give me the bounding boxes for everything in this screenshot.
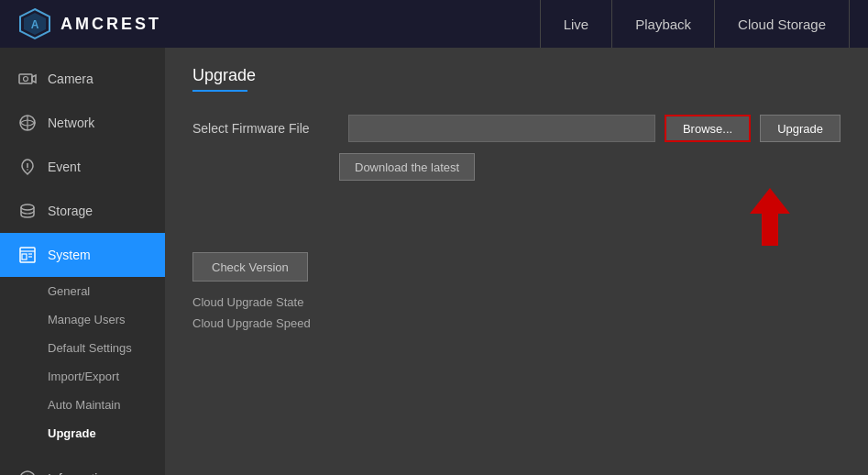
main-layout: Camera Network Event	[0, 48, 868, 475]
sidebar-item-camera[interactable]: Camera	[0, 57, 165, 101]
title-underline	[192, 90, 247, 92]
svg-rect-3	[19, 74, 32, 83]
event-icon	[18, 158, 37, 176]
storage-icon	[18, 202, 37, 220]
svg-point-16	[20, 471, 35, 475]
svg-point-5	[24, 77, 28, 82]
sidebar-camera-label: Camera	[48, 72, 93, 86]
sidebar-item-storage[interactable]: Storage	[0, 189, 165, 233]
firmware-file-input[interactable]	[348, 115, 655, 142]
svg-marker-4	[32, 75, 36, 83]
page-title: Upgrade	[192, 66, 841, 85]
check-version-button[interactable]: Check Version	[192, 252, 308, 282]
logo-text: AMCREST	[60, 15, 161, 34]
sidebar-sub-default-settings[interactable]: Default Settings	[0, 334, 165, 362]
arrow-body	[762, 214, 778, 246]
download-latest-button[interactable]: Download the latest	[339, 153, 475, 181]
browse-button[interactable]: Browse...	[665, 115, 751, 142]
sidebar-sub-import-export[interactable]: Import/Export	[0, 362, 165, 391]
firmware-label: Select Firmware File	[192, 121, 339, 136]
sidebar-item-information[interactable]: Information	[0, 457, 165, 475]
camera-icon	[18, 70, 37, 88]
sidebar-event-label: Event	[48, 160, 81, 174]
sidebar-network-label: Network	[48, 116, 94, 130]
sidebar-sub-upgrade[interactable]: Upgrade	[0, 419, 165, 447]
sidebar-sub-manage-users[interactable]: Manage Users	[0, 305, 165, 334]
sidebar-item-system[interactable]: System	[0, 233, 165, 277]
nav-links: Live Playback Cloud Storage	[540, 0, 850, 48]
sidebar-item-network[interactable]: Network	[0, 101, 165, 145]
system-icon	[18, 246, 37, 264]
upgrade-button[interactable]: Upgrade	[760, 115, 841, 142]
sidebar-item-event[interactable]: Event	[0, 145, 165, 189]
sidebar-sub-general[interactable]: General	[0, 277, 165, 305]
download-row: Download the latest	[192, 153, 841, 181]
content-area: Upgrade Select Firmware File Browse... U…	[165, 48, 868, 475]
logo-area: A AMCREST	[18, 7, 161, 40]
network-icon	[18, 114, 37, 132]
nav-cloud-storage[interactable]: Cloud Storage	[715, 0, 850, 48]
sidebar: Camera Network Event	[0, 48, 165, 475]
nav-live[interactable]: Live	[540, 0, 613, 48]
cloud-upgrade-speed-label: Cloud Upgrade Speed	[192, 316, 841, 330]
svg-point-9	[27, 169, 28, 171]
sidebar-sub-auto-maintain[interactable]: Auto Maintain	[0, 391, 165, 419]
svg-point-10	[21, 204, 34, 210]
arrow-head	[750, 188, 790, 214]
red-arrow	[750, 188, 790, 246]
top-nav: A AMCREST Live Playback Cloud Storage	[0, 0, 868, 48]
sidebar-storage-label: Storage	[48, 204, 93, 218]
cloud-upgrade-state-label: Cloud Upgrade State	[192, 295, 841, 309]
svg-text:A: A	[31, 18, 39, 31]
check-version-section: Check Version Cloud Upgrade State Cloud …	[192, 252, 841, 330]
firmware-row: Select Firmware File Browse... Upgrade	[192, 115, 841, 142]
nav-playback[interactable]: Playback	[612, 0, 715, 48]
amcrest-logo-icon: A	[18, 7, 51, 40]
svg-rect-13	[22, 254, 27, 260]
sidebar-information-label: Information	[48, 471, 112, 475]
information-icon	[18, 469, 37, 475]
sidebar-system-label: System	[48, 248, 91, 262]
arrow-indicator-area	[192, 188, 841, 252]
